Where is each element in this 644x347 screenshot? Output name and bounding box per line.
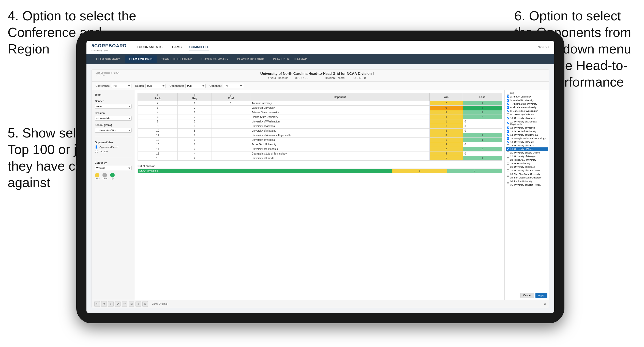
dropdown-checkbox[interactable] (507, 99, 509, 102)
top100-radio[interactable]: Top 100 (95, 150, 132, 153)
table-row: 16 2 University of Florida 5 1 (138, 156, 502, 161)
dropdown-checkbox[interactable] (507, 169, 509, 172)
dropdown-item[interactable]: 21. University of New Mexico (506, 151, 548, 155)
dropdown-checkbox[interactable] (507, 110, 509, 112)
opponent-dropdown-filter: Opponent (All) (209, 84, 243, 88)
dropdown-checkbox[interactable] (507, 159, 509, 161)
dropdown-item[interactable]: 16. University of Florida (506, 140, 548, 144)
dropdown-checkbox[interactable] (507, 117, 509, 119)
apply-button[interactable]: Apply (535, 293, 547, 298)
cell-opponent: University of Arkansas, Fayetteville (250, 133, 429, 138)
subnav-player-summary[interactable]: PLAYER SUMMARY (197, 55, 233, 63)
toolbar-forward[interactable]: ↪ (101, 301, 107, 307)
dropdown-item[interactable]: 13. Texas Tech University (506, 130, 548, 133)
dropdown-item[interactable]: 10. University of Alabama (506, 116, 548, 120)
dropdown-checkbox[interactable] (507, 92, 509, 94)
dropdown-checkbox[interactable] (507, 113, 509, 116)
dropdown-checkbox[interactable] (507, 184, 509, 186)
dropdown-item[interactable]: 20. University of Texas (506, 147, 548, 151)
dropdown-item[interactable]: 31. University of North Florida (506, 183, 548, 187)
dropdown-item[interactable]: 24. Duke University (506, 162, 548, 165)
dropdown-item[interactable]: 15. Georgia Institute of Technology (506, 137, 548, 140)
cancel-button[interactable]: Cancel (520, 293, 534, 298)
dropdown-item[interactable]: 27. University of Notre Dame (506, 169, 548, 172)
dropdown-item[interactable]: 25. University of Oregon (506, 165, 548, 169)
dropdown-item[interactable]: 18. University of Illinois (506, 144, 548, 147)
toolbar-copy[interactable]: ⊡ (129, 301, 134, 307)
table-area: #Rank #Reg #Conf Opponent Win Loss (135, 90, 504, 300)
dropdown-item[interactable]: 30. Purdue University (506, 179, 548, 183)
dropdown-checkbox[interactable] (507, 95, 509, 98)
signout-link[interactable]: Sign out (538, 46, 549, 49)
school-select[interactable]: 1. University of Nort... (95, 128, 132, 133)
gender-select[interactable]: Men's (95, 104, 132, 109)
toolbar-refresh[interactable]: ⟳ (115, 301, 121, 307)
dropdown-item[interactable]: (All) (506, 91, 548, 95)
dropdown-checkbox[interactable] (507, 130, 509, 133)
dropdown-item[interactable]: 29. San Diego State University (506, 176, 548, 179)
region-select[interactable]: (All) (145, 84, 166, 88)
cell-opponent: Florida State University (250, 115, 429, 119)
dropdown-checkbox[interactable] (507, 144, 509, 147)
dropdown-item[interactable]: 28. The Ohio State University (506, 172, 548, 176)
toolbar-clock[interactable]: ⏱ (142, 301, 148, 307)
dropdown-item[interactable]: 23. Texas A&M University (506, 158, 548, 162)
table-row: 12 3 University of Virginia 1 1 (138, 138, 502, 142)
toolbar-home[interactable]: ⌂ (108, 301, 114, 307)
dropdown-checkbox[interactable] (507, 173, 509, 175)
dropdown-checkbox[interactable] (507, 166, 509, 168)
dropdown-item[interactable]: 3. Vanderbilt University (506, 99, 548, 102)
dropdown-checkbox[interactable] (507, 155, 509, 158)
dropdown-item[interactable]: 4. Arizona State University (506, 102, 548, 106)
subnav-h2h-grid[interactable]: TEAM H2H GRID (125, 55, 157, 63)
toolbar-cut[interactable]: ✂ (122, 301, 127, 307)
subnav-player-h2h-heatmap[interactable]: PLAYER H2H HEATMAP (269, 55, 311, 63)
cell-reg: 2 (178, 115, 212, 119)
dropdown-label: 22. University of Georgia (510, 155, 547, 158)
dropdown-checkbox[interactable] (507, 180, 509, 183)
dropdown-item[interactable]: 22. University of Georgia (506, 155, 548, 158)
filters-row: Conference (All) Region (All) (92, 82, 549, 90)
dropdown-checkbox[interactable] (507, 127, 509, 129)
dropdown-item[interactable]: 6. Florida State University (506, 106, 548, 109)
toolbar-paste[interactable]: ⌕ (136, 301, 141, 307)
dropdown-checkbox[interactable] (507, 134, 509, 136)
nav-tournaments[interactable]: TOURNAMENTS (137, 44, 162, 50)
dropdown-item[interactable]: 9. University of Arizona (506, 113, 548, 116)
region-filter: Region (All) (135, 84, 166, 88)
dropdown-item[interactable]: 14. University of Oklahoma (506, 133, 548, 137)
colour-by-select[interactable]: Win/loss (95, 166, 132, 170)
dropdown-item[interactable]: 12. University of Virginia (506, 126, 548, 130)
dropdown-checkbox[interactable] (507, 141, 509, 143)
color-dot-level (102, 173, 107, 177)
dropdown-item[interactable]: 11. University of Arkansas, Fayetteville (506, 120, 548, 126)
dropdown-checkbox[interactable] (507, 106, 509, 109)
cell-conf (212, 119, 250, 124)
dropdown-checkbox[interactable] (507, 137, 509, 140)
dropdown-checkbox[interactable] (507, 162, 509, 165)
subnav-team-summary[interactable]: TEAM SUMMARY (92, 55, 124, 63)
cell-opponent: Auburn University (250, 101, 429, 106)
nav-teams[interactable]: TEAMS (170, 44, 182, 50)
sidebar-divider-2 (95, 157, 132, 157)
cell-rank: 3 (138, 106, 178, 110)
dropdown-checkbox[interactable] (507, 122, 509, 124)
dropdown-checkbox[interactable] (507, 176, 509, 179)
dropdown-checkbox[interactable] (507, 151, 509, 154)
conference-select[interactable]: (All) (111, 84, 131, 88)
opponent-select[interactable]: (All) (223, 84, 243, 88)
cell-rank: 15 (138, 151, 178, 156)
subnav-player-h2h-grid[interactable]: PLAYER H2H GRID (233, 55, 268, 63)
nav-committee[interactable]: COMMITTEE (189, 44, 209, 50)
toolbar-back[interactable]: ↩ (94, 301, 100, 307)
opponent-filter-select[interactable]: (All) (185, 84, 206, 88)
subnav-h2h-heatmap[interactable]: TEAM H2H HEATMAP (157, 55, 196, 63)
dropdown-item[interactable]: 2. Auburn University (506, 95, 548, 99)
content-area: Team Gender Men's Division (92, 90, 549, 300)
dropdown-item[interactable]: 8. University of Washington (506, 109, 548, 113)
opponents-played-radio[interactable]: Opponents Played (95, 145, 132, 149)
dropdown-checkbox[interactable] (507, 103, 509, 105)
opponent-filter-label: Opponent (209, 85, 221, 87)
division-select[interactable]: NCAA Division I (95, 116, 132, 121)
dropdown-checkbox[interactable] (507, 148, 509, 150)
